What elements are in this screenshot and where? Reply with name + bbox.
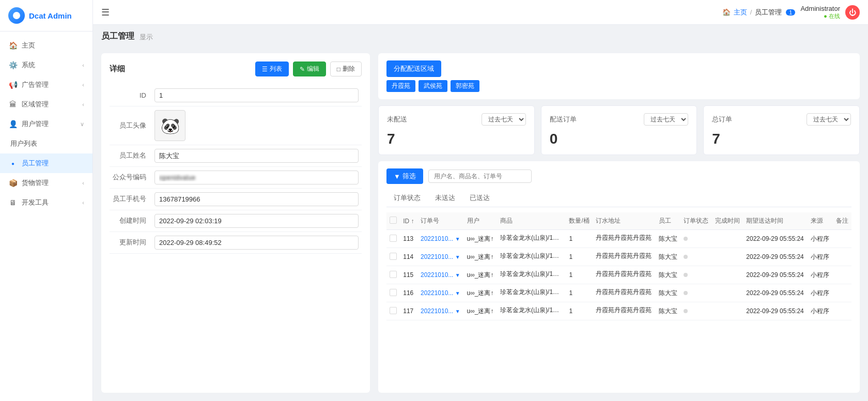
col-source: 来源 — [808, 212, 833, 230]
col-order-no: 订单号 — [417, 212, 464, 230]
sidebar-label-system: 系统 — [22, 60, 82, 70]
user-name: Administrator — [800, 5, 840, 12]
search-input[interactable] — [428, 169, 532, 183]
page-title: 员工管理 — [101, 31, 134, 42]
id-input[interactable] — [154, 88, 359, 102]
row-checkbox[interactable] — [386, 266, 400, 284]
stat-select-2[interactable]: 过去七天 过去一月 过去一年 — [807, 113, 851, 126]
select-all-checkbox[interactable] — [390, 217, 397, 224]
list-button[interactable]: ☰ 列表 — [255, 61, 289, 76]
sidebar-item-devtools[interactable]: 🖥 开发工具 ‹ — [0, 193, 92, 212]
row-checkbox[interactable] — [386, 302, 400, 320]
row-checkbox[interactable] — [386, 284, 400, 302]
row-expect-time: 2022-09-29 05:55:24 — [743, 284, 808, 302]
updated-input[interactable] — [154, 236, 359, 250]
sidebar-item-system[interactable]: ⚙️ 系统 ‹ — [0, 55, 92, 75]
row-remark — [833, 248, 851, 266]
region-tag-2[interactable]: 郭密苑 — [451, 80, 479, 92]
row-expect-time: 2022-09-29 05:55:24 — [743, 230, 808, 248]
col-id[interactable]: ID ↑ — [400, 212, 417, 230]
tab-undelivered[interactable]: 未送达 — [428, 190, 462, 207]
openid-input[interactable] — [154, 171, 359, 184]
row-finish-time — [712, 248, 743, 266]
region-tag-0[interactable]: 丹霞苑 — [386, 80, 415, 92]
order-tabs: 订单状态 未送达 已送达 — [386, 190, 851, 207]
sidebar-item-ads[interactable]: 📢 广告管理 ‹ — [0, 75, 92, 95]
name-input[interactable] — [154, 149, 359, 163]
row-id: 114 — [400, 248, 417, 266]
created-input[interactable] — [154, 214, 359, 228]
edit-button[interactable]: ✎ 编辑 — [293, 61, 326, 76]
stat-select-1[interactable]: 过去七天 过去一月 过去一年 — [644, 113, 688, 126]
list-icon: ☰ — [262, 66, 268, 73]
chevron-right-icon-goods: ‹ — [82, 180, 84, 186]
phone-input[interactable] — [154, 192, 359, 206]
stat-select-0[interactable]: 过去七天 过去一月 过去一年 — [482, 113, 526, 126]
filter-icon: ▼ — [394, 173, 400, 180]
row-finish-time — [712, 284, 743, 302]
chevron-down-icon-user: ∨ — [80, 121, 84, 128]
row-source: 小程序 — [808, 230, 833, 248]
row-order-no[interactable]: 20221010... ▼ — [417, 230, 464, 248]
table-row: 113 20221010... ▼ u∞_迷离↑ 珍茗金龙水(山泉)/18.9L… — [386, 230, 851, 248]
col-expect-time: 期望送达时间 — [743, 212, 808, 230]
delete-button[interactable]: □ 删除 — [330, 61, 362, 76]
row-checkbox[interactable] — [386, 230, 400, 248]
menu-toggle-icon[interactable]: ☰ — [101, 7, 110, 18]
avatar-label: 员工头像 — [110, 106, 151, 145]
assign-row: 分配配送区域 — [386, 60, 851, 77]
stat-header-0: 未配送 过去七天 过去一月 过去一年 — [387, 113, 526, 126]
top-actions-panel: 分配配送区域 丹霞苑 武侯苑 郭密苑 — [378, 53, 860, 99]
stat-title-0: 未配送 — [387, 115, 407, 124]
topbar-left: ☰ — [101, 7, 110, 18]
id-label: ID — [110, 85, 151, 106]
col-status: 订单状态 — [680, 212, 712, 230]
row-address: 丹霞苑丹霞苑丹霞苑 — [593, 302, 655, 320]
employee-dot-icon: ● — [8, 159, 18, 168]
row-product: 珍茗金龙水(山泉)/18.9L — [497, 248, 566, 266]
stat-card-total: 总订单 过去七天 过去一月 过去一年 7 — [703, 105, 860, 155]
name-label: 员工姓名 — [110, 145, 151, 167]
power-button[interactable]: ⏻ — [845, 5, 860, 20]
devtools-icon: 🖥 — [8, 198, 18, 207]
assign-button[interactable]: 分配配送区域 — [386, 60, 441, 77]
col-checkbox — [386, 212, 400, 230]
table-row: 114 20221010... ▼ u∞_迷离↑ 珍茗金龙水(山泉)/18.9L… — [386, 248, 851, 266]
sidebar-item-home[interactable]: 🏠 主页 — [0, 36, 92, 55]
col-product: 商品 — [497, 212, 566, 230]
row-order-no[interactable]: 20221010... ▼ — [417, 302, 464, 320]
row-checkbox[interactable] — [386, 248, 400, 266]
sidebar-item-user[interactable]: 👤 用户管理 ∨ — [0, 114, 92, 134]
row-expect-time: 2022-09-29 05:55:24 — [743, 302, 808, 320]
edit-label: 编辑 — [307, 65, 319, 73]
page-header: 员工管理 显示 — [93, 25, 868, 45]
tab-order-status[interactable]: 订单状态 — [386, 190, 428, 207]
row-order-no[interactable]: 20221010... ▼ — [417, 284, 464, 302]
form-row-name: 员工姓名 — [110, 145, 362, 167]
row-source: 小程序 — [808, 248, 833, 266]
user-status: ● 在线 — [800, 12, 840, 20]
stat-value-2: 7 — [712, 131, 851, 147]
order-table-wrapper: ID ↑ 订单号 用户 商品 数量/桶 订水地址 员工 订单状态 完成时间 期望… — [386, 212, 851, 320]
filter-button[interactable]: ▼ 筛选 — [386, 168, 423, 184]
row-user: u∞_迷离↑ — [464, 284, 498, 302]
stat-title-2: 总订单 — [712, 115, 732, 124]
row-order-no[interactable]: 20221010... ▼ — [417, 248, 464, 266]
row-qty: 1 — [566, 230, 593, 248]
sidebar-label-devtools: 开发工具 — [22, 198, 82, 207]
tab-delivered[interactable]: 已送达 — [462, 190, 497, 207]
stat-title-1: 配送订单 — [550, 115, 577, 124]
breadcrumb-home-link[interactable]: 主页 — [734, 8, 747, 17]
region-tag-1[interactable]: 武侯苑 — [419, 80, 447, 92]
sidebar-item-employee[interactable]: ● 员工管理 — [0, 153, 92, 173]
sidebar-item-user-list[interactable]: 用户列表 — [0, 134, 92, 153]
breadcrumb-current: 员工管理 — [755, 8, 782, 17]
sidebar-item-area[interactable]: 🏛 区域管理 ‹ — [0, 95, 92, 114]
sidebar-item-goods[interactable]: 📦 货物管理 ‹ — [0, 173, 92, 193]
row-finish-time — [712, 266, 743, 284]
row-order-no[interactable]: 20221010... ▼ — [417, 266, 464, 284]
row-status — [680, 266, 712, 284]
filter-label: 筛选 — [402, 172, 416, 181]
chevron-right-icon-devtools: ‹ — [82, 199, 84, 206]
logo-icon — [8, 7, 25, 24]
